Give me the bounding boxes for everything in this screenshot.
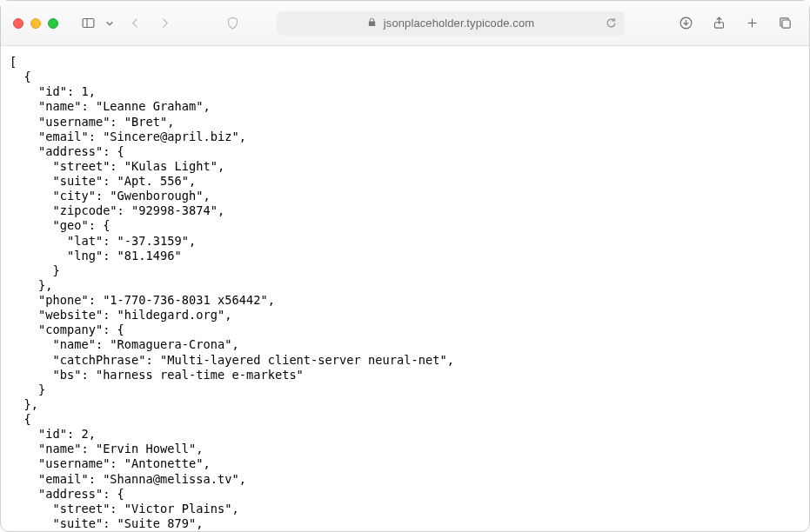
- page-content: [ { "id": 1, "name": "Leanne Graham", "u…: [1, 46, 809, 531]
- forward-button[interactable]: [152, 12, 177, 35]
- svg-rect-7: [781, 20, 789, 28]
- toolbar: jsonplaceholder.typicode.com: [1, 1, 809, 46]
- reload-button[interactable]: [605, 17, 618, 32]
- new-tab-button[interactable]: [740, 12, 764, 35]
- svg-rect-0: [83, 19, 94, 28]
- tab-group-menu-button[interactable]: [105, 19, 114, 28]
- close-window-button[interactable]: [13, 18, 23, 29]
- sidebar-toggle-button[interactable]: [76, 12, 100, 35]
- window-controls: [13, 18, 58, 29]
- browser-window: jsonplaceholder.typicode.com [ { "id": 1…: [0, 0, 810, 532]
- tab-overview-button[interactable]: [773, 12, 797, 35]
- back-button[interactable]: [123, 12, 147, 35]
- address-text: jsonplaceholder.typicode.com: [384, 17, 534, 30]
- downloads-button[interactable]: [673, 12, 698, 35]
- address-bar[interactable]: jsonplaceholder.typicode.com: [277, 11, 625, 36]
- lock-icon: [367, 17, 377, 30]
- privacy-report-button[interactable]: [220, 12, 244, 35]
- minimize-window-button[interactable]: [30, 18, 41, 29]
- zoom-window-button[interactable]: [48, 18, 58, 29]
- share-button[interactable]: [706, 12, 731, 35]
- json-body: [ { "id": 1, "name": "Leanne Graham", "u…: [10, 55, 800, 531]
